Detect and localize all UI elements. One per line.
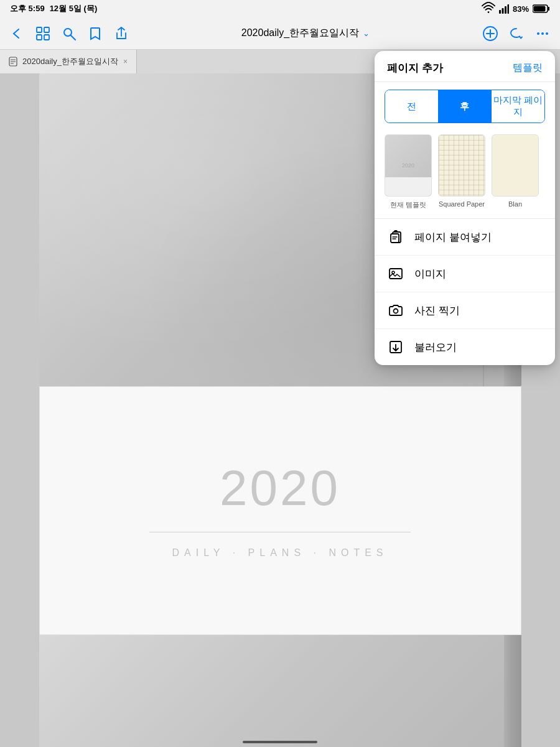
menu-paste-page[interactable]: 페이지 붙여넣기: [375, 219, 555, 256]
svg-rect-3: [505, 6, 506, 14]
doc-icon: [9, 57, 17, 67]
svg-rect-7: [534, 6, 546, 12]
svg-rect-1: [499, 10, 501, 14]
svg-rect-2: [502, 8, 503, 14]
document-title: 2020daily_한주월요일시작: [241, 27, 359, 40]
battery-icon: [533, 4, 550, 13]
svg-point-17: [537, 32, 539, 35]
popup-header: 페이지 추가 템플릿: [375, 51, 555, 82]
share-icon[interactable]: [114, 27, 128, 40]
template-item-blank[interactable]: Blan: [492, 134, 539, 210]
toolbar-right: [483, 26, 550, 41]
status-bar: 오후 5:59 12월 5일 (목) 83%: [0, 0, 560, 17]
template-thumb-current: 2020: [385, 134, 432, 197]
add-page-popup: 페이지 추가 템플릿 전 후 마지막 페이지 2020 현재 템플릿 Squar…: [375, 51, 555, 365]
menu-import[interactable]: 불러오기: [375, 329, 555, 365]
template-thumb-squared: [438, 134, 485, 197]
more-icon[interactable]: [535, 26, 550, 41]
template-thumb-blank: [492, 134, 539, 197]
segment-before[interactable]: 전: [385, 90, 438, 123]
svg-point-0: [488, 11, 490, 13]
menu-image[interactable]: 이미지: [375, 256, 555, 292]
template-label-squared: Squared Paper: [439, 200, 485, 208]
tab-document[interactable]: 2020daily_한주월요일시작 ×: [0, 50, 137, 73]
time-label: 오후 5:59: [10, 3, 45, 14]
image-label: 이미지: [414, 267, 446, 281]
toolbar-center: 2020daily_한주월요일시작 ⌄: [128, 27, 483, 40]
svg-point-30: [394, 309, 398, 313]
notebook-cover-bottom: [39, 635, 521, 747]
image-icon: [387, 265, 404, 282]
notebook-page: 2020 DAILY · PLANS · NOTES: [39, 386, 521, 635]
paste-page-label: 페이지 붙여넣기: [414, 230, 492, 244]
svg-point-18: [541, 32, 544, 35]
signal-icon: [499, 4, 509, 14]
template-list: 2020 현재 템플릿 Squared Paper Blan: [375, 129, 555, 218]
svg-point-12: [64, 29, 72, 36]
position-segment[interactable]: 전 후 마지막 페이지: [385, 90, 545, 123]
add-page-icon[interactable]: [483, 26, 498, 41]
svg-rect-11: [44, 35, 49, 40]
wifi-icon: [482, 2, 495, 16]
paste-icon: [387, 228, 404, 246]
toolbar-left: [10, 27, 128, 40]
status-right: 83%: [482, 2, 550, 16]
menu-camera[interactable]: 사진 찍기: [375, 292, 555, 329]
template-label-current: 현재 템플릿: [390, 200, 426, 210]
svg-rect-8: [37, 27, 42, 32]
lasso-icon[interactable]: [509, 26, 524, 41]
svg-rect-25: [391, 234, 399, 243]
camera-icon: [387, 302, 404, 319]
import-label: 불러오기: [414, 340, 457, 355]
bottom-spine: [504, 635, 521, 747]
page-divider: [149, 532, 411, 532]
home-indicator: [243, 741, 317, 743]
template-label-blank: Blan: [508, 200, 522, 208]
back-icon[interactable]: [10, 27, 24, 40]
year-text: 2020: [220, 463, 340, 513]
import-icon: [387, 338, 404, 356]
svg-rect-9: [44, 27, 49, 32]
search-icon[interactable]: [62, 27, 76, 40]
template-item-squared[interactable]: Squared Paper: [438, 134, 485, 210]
grid-icon[interactable]: [36, 27, 50, 40]
svg-rect-4: [507, 4, 509, 14]
date-label: 12월 5일 (목): [50, 3, 98, 14]
popup-title: 페이지 추가: [387, 61, 443, 75]
svg-point-19: [546, 32, 548, 35]
template-item-current[interactable]: 2020 현재 템플릿: [385, 134, 432, 210]
tab-label: 2020daily_한주월요일시작: [22, 56, 118, 67]
battery-label: 83%: [513, 4, 529, 14]
svg-line-13: [71, 35, 75, 40]
template-link[interactable]: 템플릿: [513, 62, 543, 75]
svg-rect-6: [548, 7, 550, 11]
tab-close-button[interactable]: ×: [123, 57, 128, 66]
subtitle-text: DAILY · PLANS · NOTES: [172, 547, 388, 559]
toolbar: 2020daily_한주월요일시작 ⌄: [0, 17, 560, 50]
camera-label: 사진 찍기: [414, 304, 460, 318]
segment-after[interactable]: 후: [438, 90, 491, 123]
svg-rect-10: [37, 35, 42, 40]
status-left: 오후 5:59 12월 5일 (목): [10, 3, 97, 14]
segment-last[interactable]: 마지막 페이지: [492, 90, 544, 123]
bookmark-icon[interactable]: [88, 27, 102, 40]
title-chevron[interactable]: ⌄: [363, 29, 370, 38]
